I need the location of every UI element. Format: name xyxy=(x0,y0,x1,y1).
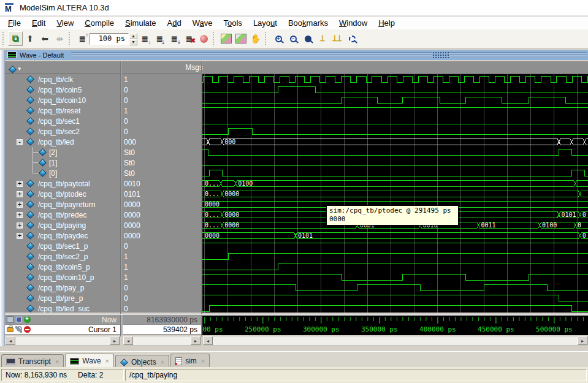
stop-button[interactable] xyxy=(196,31,211,46)
signal-row[interactable]: /cpq_tb/coin10 xyxy=(5,95,120,105)
scroll-right-icon[interactable]: ▸ xyxy=(578,336,587,345)
expand-toggle[interactable]: + xyxy=(17,191,23,197)
monitor-icon[interactable] xyxy=(15,316,22,323)
select-mode-button[interactable] xyxy=(234,31,248,46)
expand-toggle[interactable]: + xyxy=(17,181,23,187)
tab-wave[interactable]: Wave× xyxy=(65,354,114,368)
pan-mode-button[interactable]: ✋ xyxy=(248,31,263,46)
signal-row[interactable]: +/cpq_tb/predec xyxy=(5,210,120,220)
menu-file[interactable]: File xyxy=(2,17,26,29)
signal-row[interactable]: /cpq_tb/sec1 xyxy=(5,116,120,126)
signal-row[interactable]: /cpq_tb/reset xyxy=(5,105,120,116)
signal-row[interactable]: -/cpq_tb/led xyxy=(5,137,120,147)
run-length-input[interactable]: 100 ps xyxy=(90,33,129,45)
values-hscrollbar[interactable]: ◂ ▸ xyxy=(123,336,201,346)
signal-value-cell[interactable]: St0 xyxy=(121,157,201,168)
signal-value-cell[interactable]: 0000 xyxy=(121,220,201,230)
signal-row[interactable]: /cpq_tb/led_suc xyxy=(5,303,120,313)
signal-row[interactable]: +/cpq_tb/paying xyxy=(5,220,120,230)
wave-hscrollbar[interactable]: ◂ ▸ xyxy=(202,336,588,346)
zoom-between-cursors-button[interactable]: ⟘⟘ xyxy=(330,31,345,46)
signal-value-cell[interactable]: 1 xyxy=(121,74,201,85)
signal-value-cell[interactable]: 0 xyxy=(121,303,201,313)
run-length-spinner[interactable]: ▲▼ xyxy=(129,33,137,45)
signal-row[interactable]: /cpq_tb/pre_p xyxy=(5,293,120,303)
signal-row[interactable]: [1] xyxy=(5,157,120,168)
forward-button[interactable]: ⇻ xyxy=(52,31,67,46)
signal-row[interactable]: +/cpq_tb/paytotal xyxy=(5,178,120,189)
scroll-right-icon[interactable]: ▸ xyxy=(191,336,200,345)
edit-mode-button[interactable] xyxy=(219,31,234,46)
signal-value-cell[interactable]: St0 xyxy=(121,147,201,157)
expand-toggle[interactable]: + xyxy=(17,202,23,208)
signal-value-cell[interactable]: St0 xyxy=(121,168,201,178)
expand-toggle[interactable]: + xyxy=(17,233,23,239)
signal-value-cell[interactable]: 1 xyxy=(121,105,201,116)
restart-button[interactable]: ≣↑ xyxy=(75,31,90,46)
expand-toggle[interactable]: - xyxy=(17,139,23,145)
signal-row[interactable]: [0] xyxy=(5,168,120,178)
scroll-left-icon[interactable]: ◂ xyxy=(123,336,133,345)
header-grip-dots[interactable] xyxy=(432,51,449,59)
dock-undock-button[interactable]: ⧉ xyxy=(8,31,23,46)
zoom-range-button[interactable] xyxy=(345,31,359,46)
signal-value-cell[interactable]: 0 xyxy=(121,95,201,105)
signal-row[interactable]: /cpq_tb/sec2 xyxy=(5,126,120,137)
signal-row[interactable]: +/cpq_tb/payreturn xyxy=(5,199,120,210)
now-row[interactable]: Now xyxy=(5,315,120,325)
lock-cursor-icon[interactable] xyxy=(7,327,13,332)
signal-row[interactable]: /cpq_tb/clk xyxy=(5,74,120,85)
signal-value-cell[interactable]: 0 xyxy=(121,126,201,137)
zoom-in-button[interactable]: + xyxy=(271,31,286,46)
zoom-out-button[interactable]: − xyxy=(286,31,300,46)
signal-row[interactable]: [2] xyxy=(5,147,120,157)
close-icon[interactable]: × xyxy=(201,357,205,365)
continue-run-button[interactable]: ≣⇣ xyxy=(152,31,167,46)
signal-value-cell[interactable]: 0101 xyxy=(121,189,201,199)
chevron-down-icon[interactable]: ▾ xyxy=(18,66,21,72)
menu-window[interactable]: Window xyxy=(334,17,373,29)
toolbar-grip[interactable] xyxy=(2,32,6,45)
spinner-up-icon[interactable]: ▲ xyxy=(129,33,137,39)
menu-edit[interactable]: Edit xyxy=(26,17,51,29)
menu-compile[interactable]: Compile xyxy=(79,17,120,29)
signal-value-cell[interactable]: 1 xyxy=(121,251,201,262)
signal-row[interactable]: /cpq_tb/sec1_p xyxy=(5,241,120,251)
menu-wave[interactable]: Wave xyxy=(187,17,218,29)
signal-value-cell[interactable]: 0 xyxy=(121,241,201,251)
signal-value-cell[interactable]: 1 xyxy=(121,262,201,272)
tab-transcript[interactable]: Transcript× xyxy=(1,354,64,368)
scroll-left-icon[interactable]: ◂ xyxy=(6,336,15,345)
menu-view[interactable]: View xyxy=(51,17,79,29)
timeline-ruler[interactable]: 200000 ps250000 ps300000 ps350000 ps4000… xyxy=(202,315,588,335)
menu-add[interactable]: Add xyxy=(162,17,187,29)
expand-toggle[interactable]: + xyxy=(17,212,23,218)
jump-up-button[interactable]: ⬆ xyxy=(23,31,37,46)
break-button[interactable]: ≣✖ xyxy=(181,31,196,46)
scroll-right-icon[interactable]: ▸ xyxy=(110,336,120,345)
msgs-column-header[interactable]: Msgs xyxy=(126,63,203,72)
names-hscrollbar[interactable]: ◂ ▸ xyxy=(5,336,120,346)
wave-pane-header[interactable]: Wave - Default xyxy=(5,50,588,60)
signal-row[interactable]: /cpq_tb/sec2_p xyxy=(5,251,120,262)
signal-value-cell[interactable]: 1 xyxy=(121,272,201,283)
signal-value-cell[interactable]: 0000 xyxy=(121,210,201,220)
signal-value-cell[interactable]: 0000 xyxy=(121,199,201,210)
menu-help[interactable]: Help xyxy=(373,17,400,29)
cursor1-row[interactable]: Cursor 1 xyxy=(5,325,120,335)
waveform-canvas[interactable]: 0000...01000...000000000...0000010100...… xyxy=(202,74,588,313)
menu-layout[interactable]: Layout xyxy=(248,17,283,29)
menu-tools[interactable]: Tools xyxy=(218,17,248,29)
add-cursor-icon[interactable] xyxy=(24,316,31,323)
remove-cursor-icon[interactable] xyxy=(24,326,31,333)
run-button[interactable]: ≣↓ xyxy=(137,31,152,46)
run-all-button[interactable]: ≣⤓ xyxy=(167,31,181,46)
expand-toggle[interactable]: + xyxy=(17,222,23,229)
scroll-left-icon[interactable]: ◂ xyxy=(203,336,213,345)
signal-row[interactable]: /cpq_tb/pay_p xyxy=(5,283,120,293)
close-icon[interactable]: × xyxy=(161,358,164,366)
column-header-row[interactable]: ▾ Msgs xyxy=(5,61,588,74)
signal-value-cell[interactable]: 0000 xyxy=(121,230,201,241)
signal-row[interactable]: +/cpq_tb/ptodec xyxy=(5,189,120,199)
menu-simulate[interactable]: Simulate xyxy=(120,17,162,29)
